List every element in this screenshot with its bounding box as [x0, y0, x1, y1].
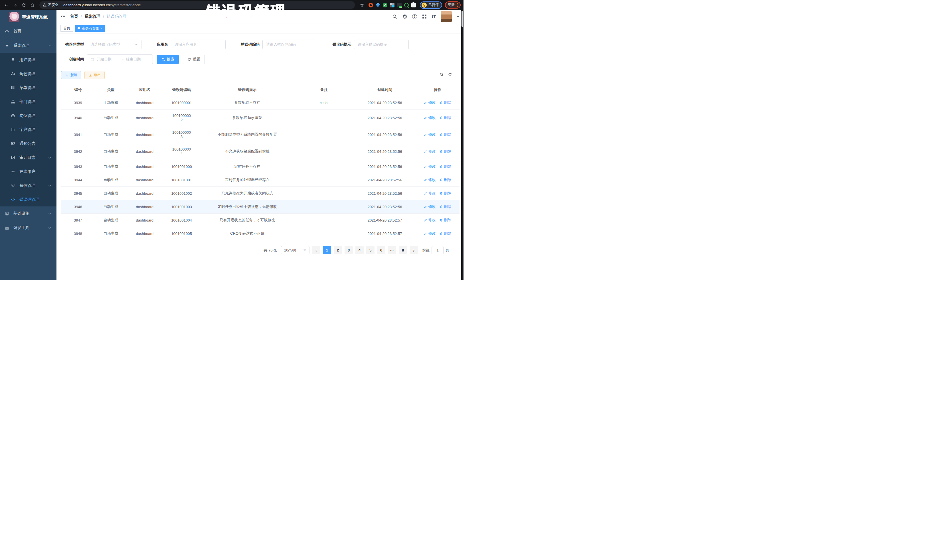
sidebar-item-部门管理[interactable]: 部门管理 — [0, 95, 56, 109]
error-type-select[interactable]: 请选择错误码类型 — [87, 39, 141, 49]
sidebar-item-错误码管理[interactable]: </>错误码管理 — [0, 193, 56, 206]
user-menu-caret-icon[interactable] — [457, 16, 459, 19]
extension-green-check-icon[interactable] — [383, 3, 388, 8]
edit-row-button[interactable]: 修改 — [424, 204, 436, 209]
sidebar-item-短信管理[interactable]: 短信管理 — [0, 179, 56, 193]
table-refresh-icon[interactable] — [448, 73, 452, 78]
back-icon[interactable] — [3, 2, 10, 9]
extension-gem-icon[interactable] — [375, 3, 380, 8]
sidebar-item-首页[interactable]: 首页 — [0, 24, 56, 38]
browser-profile-chip[interactable]: 已暂停 — [420, 2, 442, 9]
browser-menu-icon[interactable] — [457, 3, 458, 7]
sidebar-item-用户管理[interactable]: 用户管理 — [0, 53, 56, 67]
close-tab-icon[interactable]: × — [100, 26, 102, 30]
page-button-4[interactable]: 4 — [356, 246, 364, 254]
browser-update-button[interactable]: 更新 — [445, 2, 460, 9]
app-logo-row[interactable]: 芋道管理系统 — [0, 10, 56, 24]
home-icon[interactable] — [29, 2, 36, 9]
user-icon — [11, 58, 15, 62]
cell-remark — [294, 173, 354, 187]
reset-button[interactable]: 重置 — [183, 55, 205, 64]
header-search-icon[interactable] — [392, 14, 397, 19]
tab-home[interactable]: 首页 — [61, 25, 73, 32]
delete-row-button[interactable]: 删除 — [439, 132, 451, 137]
page-size-select[interactable]: 10条/页 — [281, 246, 310, 254]
sidebar-item-在线用户[interactable]: 在线用户 — [0, 164, 56, 179]
sidebar-item-研发工具[interactable]: 研发工具 — [0, 221, 56, 235]
cell-id: 3947 — [61, 214, 95, 227]
extension-onoff-icon[interactable] — [397, 3, 401, 8]
sidebar-item-岗位管理[interactable]: 岗位管理 — [0, 109, 56, 123]
page-button-3[interactable]: 3 — [345, 246, 353, 254]
app-name-input[interactable]: 请输入应用名 — [171, 39, 226, 49]
edit-row-button[interactable]: 修改 — [424, 178, 436, 182]
bookmark-star-icon[interactable] — [358, 2, 366, 9]
extension-key-icon[interactable] — [404, 3, 409, 8]
edit-row-button[interactable]: 修改 — [424, 217, 436, 223]
next-page-button[interactable]: › — [410, 246, 418, 254]
sidebar-item-审计日志[interactable]: 审计日志 — [0, 150, 56, 164]
delete-row-button[interactable]: 删除 — [439, 178, 451, 182]
delete-row-button[interactable]: 删除 — [439, 231, 451, 236]
goto-page-input[interactable]: 1 — [432, 246, 444, 254]
tab-error-code[interactable]: 错误码管理× — [75, 25, 105, 32]
more-pages-button[interactable]: ••• — [388, 246, 396, 254]
sidebar-item-菜单管理[interactable]: 菜单管理 — [0, 81, 56, 95]
page-button-1[interactable]: 1 — [323, 246, 331, 254]
collapse-sidebar-icon[interactable] — [61, 14, 65, 19]
date-range-picker[interactable]: 开始日期 - 结束日期 — [87, 55, 153, 64]
cell-hint: 参数配置不存在 — [201, 96, 294, 109]
sidebar-item-label: 首页 — [14, 29, 51, 34]
address-bar[interactable]: 不安全 dashboard.yudao.iocoder.cn/system/er… — [40, 1, 355, 9]
sidebar-item-基础设施[interactable]: 基础设施 — [0, 206, 56, 221]
delete-row-button[interactable]: 删除 — [439, 217, 451, 223]
extension-puzzle-icon[interactable] — [411, 3, 416, 8]
edit-row-button[interactable]: 修改 — [424, 100, 436, 105]
delete-row-button[interactable]: 删除 — [439, 204, 451, 209]
extension-ubuntu-icon[interactable] — [369, 3, 373, 8]
edit-row-button[interactable]: 修改 — [424, 149, 436, 154]
forward-icon[interactable] — [11, 2, 19, 9]
github-icon[interactable] — [402, 14, 407, 19]
page-button-5[interactable]: 5 — [366, 246, 374, 254]
delete-row-button[interactable]: 删除 — [439, 191, 451, 196]
breadcrumb-home[interactable]: 首页 — [70, 14, 78, 19]
page-button-8[interactable]: 8 — [399, 246, 407, 254]
font-size-icon[interactable]: tT — [432, 14, 436, 19]
scrollbar-thumb[interactable] — [462, 11, 463, 27]
breadcrumb-system[interactable]: 系统管理 — [84, 14, 100, 19]
edit-row-button[interactable]: 修改 — [424, 191, 436, 196]
delete-row-button[interactable]: 删除 — [439, 100, 451, 105]
delete-row-button[interactable]: 删除 — [439, 115, 451, 120]
edit-row-button[interactable]: 修改 — [424, 115, 436, 120]
page-button-2[interactable]: 2 — [334, 246, 342, 254]
cell-hint: 只允许修改为开启或者关闭状态 — [201, 187, 294, 200]
fullscreen-icon[interactable] — [422, 14, 427, 19]
sidebar-item-系统管理[interactable]: 系统管理 — [0, 38, 56, 53]
active-tab-dot — [78, 27, 80, 29]
sidebar-item-角色管理[interactable]: 角色管理 — [0, 67, 56, 81]
sidebar-item-通知公告[interactable]: 通知公告 — [0, 137, 56, 150]
error-hint-input[interactable]: 请输入错误码提示 — [354, 39, 409, 49]
table-search-toggle-icon[interactable] — [439, 73, 444, 78]
add-button[interactable]: 新增 — [61, 71, 81, 79]
export-button[interactable]: 导出 — [84, 71, 105, 79]
edit-row-button[interactable]: 修改 — [424, 164, 436, 169]
not-secure-warning[interactable]: 不安全 — [43, 3, 58, 8]
prev-page-button[interactable]: ‹ — [312, 246, 320, 254]
edit-row-button[interactable]: 修改 — [424, 231, 436, 236]
browser-scrollbar[interactable] — [461, 10, 464, 280]
search-button[interactable]: 搜索 — [157, 55, 179, 64]
app-logo — [9, 12, 20, 22]
delete-row-button[interactable]: 删除 — [439, 164, 451, 169]
page-button-6[interactable]: 6 — [377, 246, 385, 254]
extension-grid-icon[interactable] — [390, 3, 395, 8]
edit-row-button[interactable]: 修改 — [424, 132, 436, 137]
reload-icon[interactable] — [20, 2, 27, 9]
help-icon[interactable]: ? — [412, 14, 417, 19]
cell-app: dashboard — [127, 160, 163, 173]
error-code-input[interactable]: 请输入错误码编码 — [263, 39, 317, 49]
delete-row-button[interactable]: 删除 — [439, 149, 451, 154]
user-avatar[interactable] — [441, 11, 452, 22]
sidebar-item-字典管理[interactable]: 字典管理 — [0, 123, 56, 137]
